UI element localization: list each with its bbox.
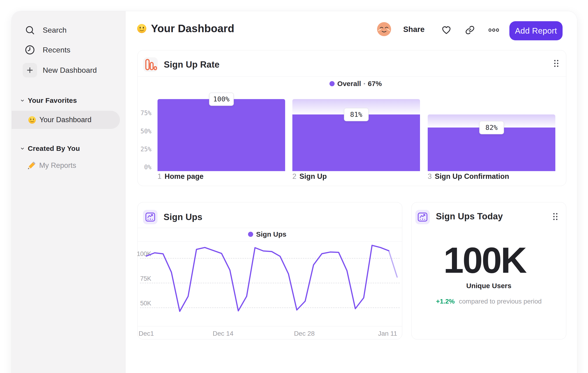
stat-card: Sign Ups Today 100K Unique Users +1.2% c… [411, 202, 566, 339]
card-title: Sign Ups Today [436, 212, 503, 222]
sidebar-item-search[interactable]: Search [12, 23, 125, 38]
funnel-chart: 0%25%50%75%100%1Home page81%2Sign Up82%3… [138, 50, 566, 186]
y-axis-tick-label: 75% [138, 110, 151, 117]
chevron-down-icon [19, 145, 25, 151]
funnel-value-tooltip: 81% [344, 108, 369, 121]
pencil-icon [28, 162, 35, 170]
sidebar-section-your-favorites[interactable]: Your Favorites [12, 95, 125, 106]
funnel-step-number: 3 [428, 172, 432, 181]
sidebar-section-label: Your Favorites [28, 97, 77, 104]
funnel-step-label: Sign Up Confirmation [435, 172, 509, 181]
line-chart: 100K75K50KDec1Dec 14Dec 28Jan 11 [138, 202, 402, 339]
page-title: Your Dashboard [151, 22, 234, 35]
sidebar-item-recents[interactable]: Recents [12, 42, 125, 57]
y-axis-tick-label: 25% [138, 146, 151, 153]
funnel-bar[interactable] [292, 114, 420, 171]
clock-icon [24, 44, 36, 56]
plus-icon [23, 63, 37, 77]
heart-icon [441, 25, 452, 35]
search-icon [24, 24, 36, 36]
funnel-step: 3Sign Up Confirmation [428, 172, 509, 181]
stat-value: 100K [407, 239, 562, 281]
funnel-step-label: Sign Up [299, 172, 327, 181]
link-icon [465, 25, 475, 35]
more-options-button[interactable] [489, 25, 499, 35]
drag-handle-icon[interactable] [551, 212, 560, 222]
funnel-value-tooltip: 82% [479, 121, 504, 134]
main-content: Your Dashboard Share Add Report [126, 11, 577, 373]
line-series [138, 202, 402, 339]
app-window: Search Recents New Dashboard [11, 11, 577, 373]
sidebar-item-label: My Reports [39, 161, 76, 170]
ellipsis-icon [489, 25, 499, 35]
y-axis-tick-label: 0% [138, 164, 151, 171]
add-report-button[interactable]: Add Report [509, 21, 563, 40]
line-series-faded-tail [389, 251, 397, 277]
funnel-card: Sign Up Rate Overall • 67% 0%25%50%75%10… [137, 50, 566, 186]
sidebar-item-label: New Dashboard [43, 66, 97, 75]
stat-change-note: compared to previous period [459, 298, 542, 305]
sidebar: Search Recents New Dashboard [12, 11, 126, 373]
sidebar-item-label: Search [43, 26, 67, 34]
sidebar-item-your-dashboard[interactable]: Your Dashboard [12, 111, 120, 129]
funnel-step-number: 1 [158, 172, 161, 181]
stat-label: Unique Users [412, 282, 566, 290]
sidebar-section-label: Created By You [28, 144, 80, 152]
sidebar-item-my-reports[interactable]: My Reports [12, 158, 125, 173]
chevron-down-icon [19, 97, 25, 103]
funnel-step-number: 2 [292, 172, 296, 181]
copy-link-button[interactable] [465, 25, 475, 35]
line-series-path [146, 245, 389, 311]
stat-iconbox [415, 210, 430, 224]
funnel-step-label: Home page [165, 172, 203, 181]
line-chart-card: Sign Ups Sign Ups 100K75K50KDec1Dec 14De… [137, 202, 402, 339]
favorite-button[interactable] [441, 25, 452, 35]
line-chart-icon [417, 211, 428, 223]
smiley-emoji [28, 116, 36, 124]
y-axis-tick-label: 50% [138, 128, 151, 135]
sidebar-item-label: Recents [43, 46, 71, 54]
sidebar-item-label: Your Dashboard [39, 116, 92, 124]
sidebar-section-created-by-you[interactable]: Created By You [12, 143, 125, 154]
funnel-bar[interactable] [158, 99, 285, 171]
sidebar-item-new-dashboard[interactable]: New Dashboard [12, 63, 125, 78]
smiley-emoji [137, 24, 147, 33]
funnel-step: 1Home page [158, 172, 203, 181]
funnel-value-tooltip: 100% [209, 92, 234, 106]
funnel-step: 2Sign Up [292, 172, 327, 181]
avatar[interactable] [377, 22, 391, 36]
stat-change-value: +1.2% [436, 298, 455, 305]
share-button[interactable]: Share [403, 25, 425, 34]
stat-change: +1.2% compared to previous period [412, 298, 566, 305]
